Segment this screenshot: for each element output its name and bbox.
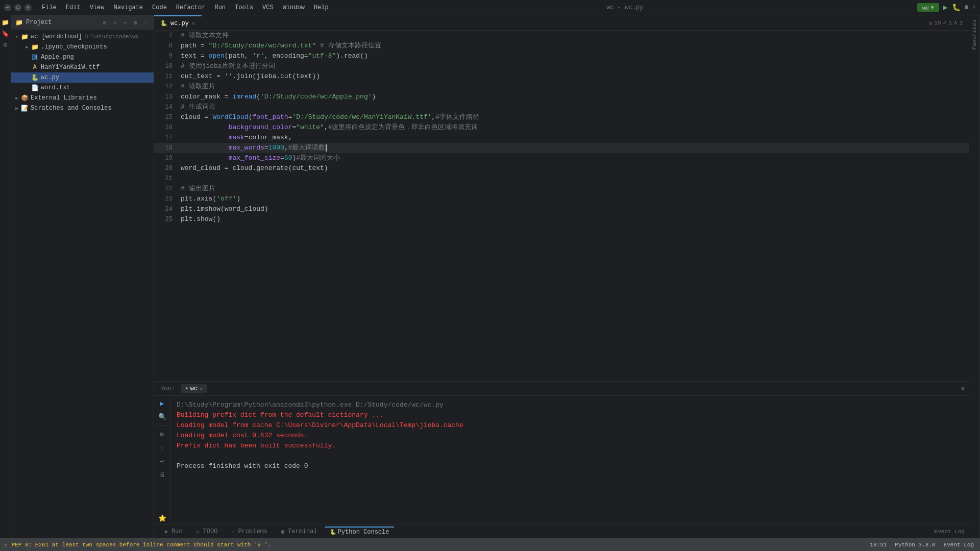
run-search-icon[interactable]: 🔍 — [157, 411, 168, 422]
status-right: 18:31 Python 3.8.0 Event Log — [868, 542, 976, 548]
tree-item-wcpy[interactable]: 🐍 wc.py — [11, 72, 154, 83]
tab-wcpy[interactable]: 🐍 wc.py ✕ — [154, 15, 202, 30]
code-editor[interactable]: 7 # 读取文本文件 8 path = "D:/Study/code/wc/wo… — [154, 31, 969, 381]
sidebar-icon-bar: 📁 🔖 ⊞ — [0, 15, 11, 538]
window-controls: — □ ✕ — [4, 4, 32, 11]
menu-help[interactable]: Help — [310, 3, 333, 12]
bottom-tab-run[interactable]: ▶ Run — [158, 527, 188, 536]
terminal-tab-text: Terminal — [288, 528, 317, 535]
tree-item-external[interactable]: ▶ 📦 External Libraries — [11, 93, 154, 103]
sidebar-project-icon[interactable]: 📁 — [1, 17, 11, 28]
minimize-button[interactable]: — — [4, 4, 11, 11]
line-num-14: 14 — [154, 102, 179, 112]
sidebar-bookmark-icon[interactable]: 🔖 — [1, 29, 11, 39]
menu-run[interactable]: Run — [210, 3, 230, 12]
tree-font-icon: A — [31, 63, 39, 71]
favorites-label[interactable]: Favorites — [970, 15, 978, 54]
menu-code[interactable]: Code — [148, 3, 171, 12]
tree-ipynb-arrow: ▶ — [23, 43, 31, 51]
bottom-tab-problems[interactable]: ⚠ Problems — [225, 527, 273, 536]
bottom-tab-todo[interactable]: ☑ TODO — [190, 527, 223, 536]
line-content-16: background_color="white",#这里将白色设定为背景色，即非… — [179, 122, 969, 133]
run-sidebar: ▶ 🔍 ⊞ ↕ ↩ 🖨 ⭐ — [154, 396, 170, 524]
line-num-16: 16 — [154, 122, 179, 133]
code-line-14: 14 # 生成词云 — [154, 102, 969, 112]
coverage-button[interactable]: ☗ — [965, 4, 968, 11]
run-configuration[interactable]: wc ▾ — [917, 3, 939, 12]
tree-item-wordtxt[interactable]: 📄 word.txt — [11, 83, 154, 93]
sidebar-structure-icon[interactable]: ⊞ — [1, 40, 11, 50]
line-num-17: 17 — [154, 133, 179, 143]
line-num-19: 19 — [154, 153, 179, 163]
run-tab-close[interactable]: ✕ — [200, 386, 203, 392]
tree-wcpy-icon: 🐍 — [31, 73, 39, 82]
menu-tools[interactable]: Tools — [231, 3, 257, 12]
project-sync-icon[interactable]: ⊕ — [101, 18, 109, 27]
tree-item-scratches[interactable]: ▶ 📝 Scratches and Consoles — [11, 103, 154, 113]
project-dots-icon[interactable]: ⋯ — [121, 18, 129, 27]
code-line-9: 9 text = open(path, 'r', encoding="utf-8… — [154, 51, 969, 61]
bottom-tab-terminal[interactable]: ▣ Terminal — [275, 527, 323, 536]
project-minus-icon[interactable]: − — [141, 18, 150, 27]
status-position[interactable]: 18:31 — [868, 542, 889, 548]
title-right: wc ▾ ▶ 🐛 ☗ ⚡ — [917, 3, 976, 12]
menu-window[interactable]: Window — [279, 3, 309, 12]
run-scroll-icon[interactable]: ↕ — [157, 442, 168, 454]
tab-wcpy-label: wc.py — [170, 20, 189, 27]
menu-vcs[interactable]: VCS — [258, 3, 278, 12]
debug-button[interactable]: 🐛 — [952, 3, 961, 12]
problems-tab-text: Problems — [238, 528, 267, 535]
status-event-log[interactable]: Event Log — [942, 542, 976, 548]
run-print-icon[interactable]: 🖨 — [157, 469, 168, 480]
project-collapse-icon[interactable]: ≡ — [111, 18, 119, 27]
run-settings-icon[interactable]: ⚙ — [961, 385, 965, 392]
tab-close-icon[interactable]: ✕ — [192, 20, 195, 27]
code-line-11: 11 cut_text = ''.join(jieba.cut(text)) — [154, 71, 969, 82]
line-content-25: plt.show() — [179, 214, 969, 224]
tree-item-font[interactable]: A HanYiYanKaiW.ttf — [11, 62, 154, 72]
line-num-15: 15 — [154, 112, 179, 122]
tree-item-apple[interactable]: 🖼 Apple.png — [11, 52, 154, 62]
project-gear-icon[interactable]: ⚙ — [131, 18, 139, 27]
run-tab-wc[interactable]: ● wc ✕ — [181, 384, 207, 393]
code-line-25: 25 plt.show() — [154, 214, 969, 224]
tree-item-ipynb[interactable]: ▶ 📁 .ipynb_checkpoints — [11, 42, 154, 52]
run-output-line-6 — [177, 451, 963, 461]
menu-refactor[interactable]: Refactor — [172, 3, 210, 12]
caret-icon: ∧ — [954, 19, 958, 26]
tree-root[interactable]: ▾ 📁 wc [wordcloud] D:\Study\code\wc — [11, 32, 154, 42]
run-button[interactable]: ▶ — [943, 3, 947, 12]
line-content-13: color_mask = imread('D:/Study/code/wc/Ap… — [179, 92, 969, 102]
run-play-icon[interactable]: ▶ — [157, 398, 168, 409]
menu-navigate[interactable]: Navigate — [109, 3, 147, 12]
run-divider — [154, 425, 170, 426]
code-line-12: 12 # 读取图片 — [154, 82, 969, 92]
tab-spacer — [202, 15, 923, 30]
menu-edit[interactable]: Edit — [62, 3, 85, 12]
maximize-button[interactable]: □ — [14, 4, 21, 11]
project-folder-icon: 📁 — [15, 19, 23, 27]
tree-ipynb-label: .ipynb_checkpoints — [41, 43, 107, 51]
todo-tab-text: TODO — [203, 528, 218, 535]
code-line-22: 22 # 输出图片 — [154, 184, 969, 194]
tree-wordtxt-label: word.txt — [41, 84, 70, 91]
run-soft-wrap-icon[interactable]: ↩ — [157, 456, 168, 467]
close-button[interactable]: ✕ — [24, 4, 32, 11]
status-warning-text: PEP 8: E261 at least two spaces before i… — [12, 542, 271, 548]
run-favorite-icon[interactable]: ⭐ — [157, 513, 168, 524]
menu-view[interactable]: View — [86, 3, 109, 12]
line-content-14: # 生成词云 — [179, 102, 969, 112]
run-tab-label: wc — [190, 385, 198, 392]
event-log-button[interactable]: Event Log — [935, 529, 965, 535]
bottom-right-area: Event Log — [935, 529, 965, 535]
status-python-version[interactable]: Python 3.8.0 — [893, 542, 937, 548]
run-output: D:\Study\Program\Python\anaconda3\python… — [170, 396, 969, 524]
run-output-line-2: Building prefix dict from the default di… — [177, 410, 963, 420]
run-structure-icon[interactable]: ⊞ — [157, 429, 168, 440]
bottom-tab-python-console[interactable]: 🐍 Python Console — [325, 527, 395, 537]
run-tab-bar: Run: ● wc ✕ ⚙ — [154, 382, 969, 396]
project-header-label: Project — [26, 19, 52, 26]
menu-file[interactable]: File — [38, 3, 61, 12]
project-header: 📁 Project ⊕ ≡ ⋯ ⚙ − — [11, 15, 154, 30]
profile-button[interactable]: ⚡ — [972, 4, 976, 11]
